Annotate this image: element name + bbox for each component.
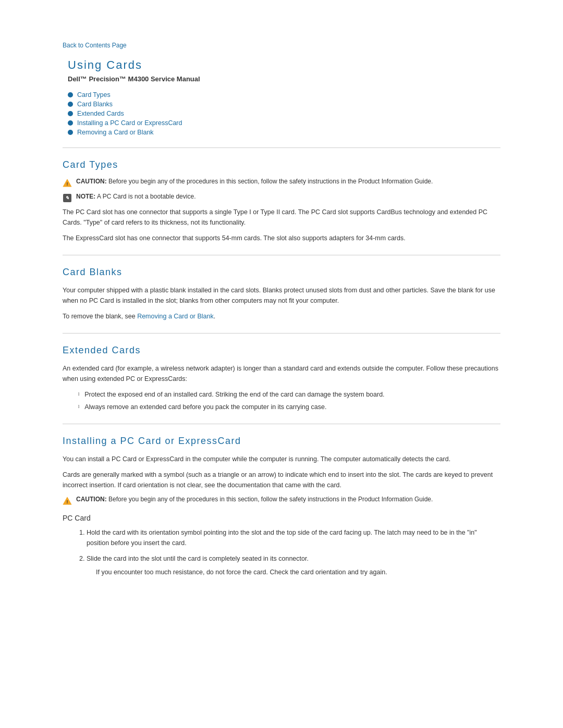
product-subtitle: Dell™ Precision™ M4300 Service Manual bbox=[63, 75, 500, 83]
toc-bullet bbox=[68, 120, 73, 126]
caution-body-2: Before you begin any of the procedures i… bbox=[108, 496, 433, 503]
card-blanks-para2: To remove the blank, see Removing a Card… bbox=[63, 311, 500, 322]
toc-item-installing: Installing a PC Card or ExpressCard bbox=[68, 119, 500, 127]
removing-link[interactable]: Removing a Card or Blank bbox=[137, 313, 214, 320]
note-body-1: A PC Card is not a bootable device. bbox=[97, 193, 195, 200]
note-label-1: NOTE: bbox=[76, 193, 95, 200]
section-card-types: Card Types ! CAUTION: Before you begin a… bbox=[63, 159, 500, 243]
card-types-para2: The ExpressCard slot has one connector t… bbox=[63, 233, 500, 243]
installing-para2: Cards are generally marked with a symbol… bbox=[63, 470, 500, 490]
toc-item-card-types: Card Types bbox=[68, 91, 500, 98]
caution-label: CAUTION: bbox=[76, 178, 107, 185]
toc-item-extended-cards: Extended Cards bbox=[68, 110, 500, 117]
note-box-1: ✎ NOTE: A PC Card is not a bootable devi… bbox=[63, 193, 500, 203]
toc-list: Card Types Card Blanks Extended Cards In… bbox=[63, 91, 500, 136]
section-title-card-blanks: Card Blanks bbox=[63, 267, 500, 278]
caution-text-2: CAUTION: Before you begin any of the pro… bbox=[76, 496, 433, 503]
toc-bullet bbox=[68, 130, 73, 135]
card-types-para1: The PC Card slot has one connector that … bbox=[63, 207, 500, 228]
extended-bullet-2: Always remove an extended card before yo… bbox=[78, 402, 500, 412]
toc-bullet bbox=[68, 102, 73, 107]
svg-text:!: ! bbox=[67, 499, 68, 504]
divider-3 bbox=[63, 333, 500, 334]
section-title-extended-cards: Extended Cards bbox=[63, 345, 500, 356]
caution-box-2: ! CAUTION: Before you begin any of the p… bbox=[63, 496, 500, 505]
caution-body-1: Before you begin any of the procedures i… bbox=[108, 178, 433, 185]
toc-item-card-blanks: Card Blanks bbox=[68, 101, 500, 108]
toc-bullet bbox=[68, 111, 73, 116]
page-container: Back to Contents Page Using Cards Dell™ … bbox=[31, 0, 532, 614]
note-icon: ✎ bbox=[63, 193, 72, 203]
toc-item-removing: Removing a Card or Blank bbox=[68, 129, 500, 136]
installing-para1: You can install a PC Card or ExpressCard… bbox=[63, 454, 500, 464]
svg-text:!: ! bbox=[67, 181, 68, 187]
card-blanks-para1: Your computer shipped with a plastic bla… bbox=[63, 285, 500, 306]
divider-1 bbox=[63, 147, 500, 148]
pc-card-step-1-text: Hold the card with its orientation symbo… bbox=[87, 529, 477, 547]
toc-bullet bbox=[68, 92, 73, 97]
toc-link-card-blanks[interactable]: Card Blanks bbox=[77, 101, 113, 108]
extended-bullet-2-text: Always remove an extended card before yo… bbox=[84, 402, 326, 412]
section-extended-cards: Extended Cards An extended card (for exa… bbox=[63, 345, 500, 412]
note-text-1: NOTE: A PC Card is not a bootable device… bbox=[76, 193, 195, 200]
pc-card-step-2-sub: If you encounter too much resistance, do… bbox=[96, 567, 500, 577]
toc-link-card-types[interactable]: Card Types bbox=[77, 91, 111, 98]
toc-link-extended-cards[interactable]: Extended Cards bbox=[77, 110, 124, 117]
divider-4 bbox=[63, 424, 500, 424]
page-title: Using Cards bbox=[63, 58, 500, 72]
toc-link-removing[interactable]: Removing a Card or Blank bbox=[77, 129, 154, 136]
back-link[interactable]: Back to Contents Page bbox=[63, 42, 500, 49]
pc-card-step-2-text: Slide the card into the slot until the c… bbox=[87, 555, 309, 562]
section-title-card-types: Card Types bbox=[63, 159, 500, 170]
caution-text-1: CAUTION: Before you begin any of the pro… bbox=[76, 178, 433, 185]
extended-cards-para1: An extended card (for example, a wireles… bbox=[63, 363, 500, 384]
card-blanks-para2-suffix: . bbox=[214, 313, 215, 320]
caution-box-1: ! CAUTION: Before you begin any of the p… bbox=[63, 178, 500, 188]
section-installing: Installing a PC Card or ExpressCard You … bbox=[63, 436, 500, 577]
section-title-installing: Installing a PC Card or ExpressCard bbox=[63, 436, 500, 447]
caution-icon-2: ! bbox=[63, 496, 72, 505]
note-icon-inner: ✎ bbox=[63, 194, 71, 202]
pc-card-step-1: Hold the card with its orientation symbo… bbox=[87, 527, 500, 548]
extended-bullet-1-text: Protect the exposed end of an installed … bbox=[84, 389, 384, 400]
extended-bullet-1: Protect the exposed end of an installed … bbox=[78, 389, 500, 400]
caution-icon: ! bbox=[63, 178, 72, 188]
card-blanks-para2-prefix: To remove the blank, see bbox=[63, 313, 137, 320]
toc-link-installing[interactable]: Installing a PC Card or ExpressCard bbox=[77, 119, 182, 127]
pc-card-step-2: Slide the card into the slot until the c… bbox=[87, 553, 500, 577]
caution-label-2: CAUTION: bbox=[76, 496, 107, 503]
divider-2 bbox=[63, 255, 500, 255]
subsection-title-pc-card: PC Card bbox=[63, 514, 500, 522]
extended-cards-bullets: Protect the exposed end of an installed … bbox=[78, 389, 500, 412]
section-card-blanks: Card Blanks Your computer shipped with a… bbox=[63, 267, 500, 322]
pc-card-steps: Hold the card with its orientation symbo… bbox=[78, 527, 500, 577]
